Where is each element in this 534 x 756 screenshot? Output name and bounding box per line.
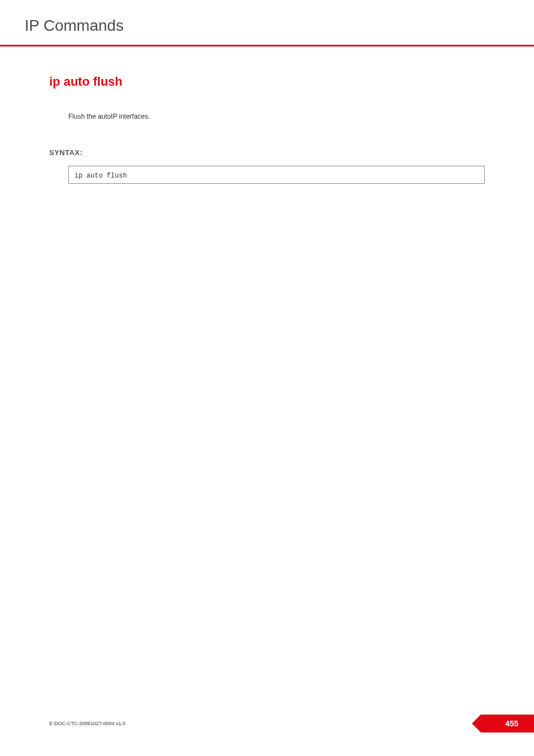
page-number: 455 <box>505 719 518 728</box>
syntax-code: ip auto flush <box>74 172 127 180</box>
page-header: IP Commands <box>0 0 534 40</box>
syntax-code-box: ip auto flush <box>68 166 485 184</box>
page-footer: E-DOC-CTC-20061027-0004 v1.0 455 <box>0 715 534 732</box>
document-id: E-DOC-CTC-20061027-0004 v1.0 <box>49 721 125 726</box>
page-title: IP Commands <box>25 17 509 35</box>
content-area: ip auto flush Flush the autoIP interface… <box>0 46 534 184</box>
command-description: Flush the autoIP interfaces. <box>68 113 485 120</box>
page-number-badge: 455 <box>472 715 534 732</box>
command-title: ip auto flush <box>49 74 485 89</box>
syntax-label: SYNTAX: <box>49 148 485 157</box>
